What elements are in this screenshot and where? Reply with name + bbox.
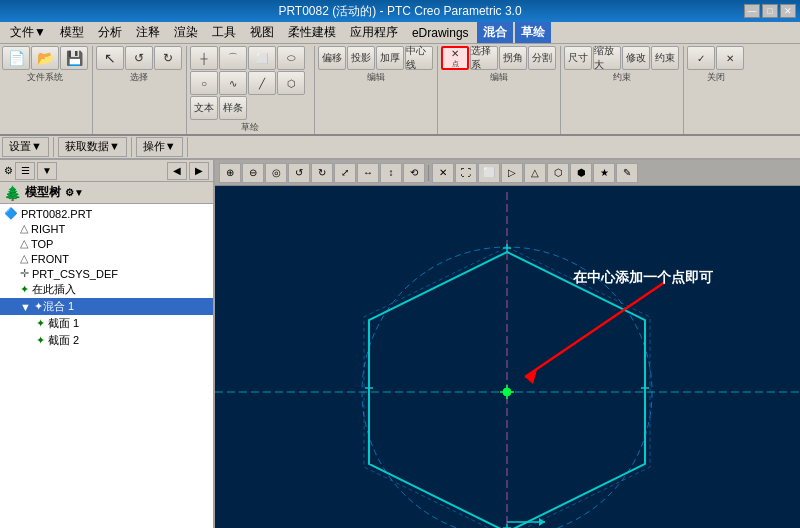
constraint-tb-btn[interactable]: ⬢ xyxy=(570,163,592,183)
settings-btn[interactable]: 设置▼ xyxy=(2,137,49,157)
sep1 xyxy=(428,165,429,181)
tree-item-front-label: FRONT xyxy=(31,253,69,265)
select2-button[interactable]: 选择系 xyxy=(470,46,498,70)
main-svg: 在中心添加一个点即可 xyxy=(215,186,800,528)
zoom-out-btn[interactable]: ⊖ xyxy=(242,163,264,183)
menu-model[interactable]: 模型 xyxy=(54,22,90,43)
modify-button[interactable]: 修改 xyxy=(622,46,650,70)
group-label-select: 选择 xyxy=(130,71,148,84)
front-icon: △ xyxy=(20,252,28,265)
minimize-button[interactable]: — xyxy=(744,4,760,18)
tree-item-csys[interactable]: ✛ PRT_CSYS_DEF xyxy=(0,266,213,281)
rotate-right-btn[interactable]: ↻ xyxy=(311,163,333,183)
select-button[interactable]: ↖ xyxy=(96,46,124,70)
panel-expand-btn[interactable]: ▶ xyxy=(189,162,209,180)
tree-item-blend[interactable]: ▼ ✦混合 1 xyxy=(0,298,213,315)
window-controls[interactable]: — □ ✕ xyxy=(744,4,796,18)
menu-blend[interactable]: 混合 xyxy=(477,22,513,43)
scale-button[interactable]: 缩放大 xyxy=(593,46,621,70)
close-sketch-button[interactable]: ✓ xyxy=(687,46,715,70)
get-data-btn[interactable]: 获取数据▼ xyxy=(58,137,127,157)
section2-icon: ✦ xyxy=(36,334,45,347)
close-button[interactable]: ✕ xyxy=(780,4,796,18)
text-button[interactable]: 文本 xyxy=(190,96,218,120)
panel-config-btn[interactable]: ▼ xyxy=(37,162,57,180)
open-button[interactable]: 📂 xyxy=(31,46,59,70)
zoom-fit-btn[interactable]: ◎ xyxy=(265,163,287,183)
mirror-button[interactable]: 偏移 xyxy=(318,46,346,70)
menu-render[interactable]: 渲染 xyxy=(168,22,204,43)
pan-h-btn[interactable]: ↔ xyxy=(357,163,379,183)
tree-item-blend-label: ✦混合 1 xyxy=(34,299,74,314)
constraint-button[interactable]: 约束 xyxy=(651,46,679,70)
zoom-in-btn[interactable]: ⊕ xyxy=(219,163,241,183)
draw-toolbar: ⊕ ⊖ ◎ ↺ ↻ ⤢ ↔ ↕ ⟲ ✕ ⛶ ⬜ ▷ △ ⬡ ⬢ ★ ✎ xyxy=(215,160,800,186)
save-button[interactable]: 💾 xyxy=(60,46,88,70)
star-btn[interactable]: ★ xyxy=(593,163,615,183)
tree-item-front[interactable]: △ FRONT xyxy=(0,251,213,266)
rect-button[interactable]: ⬜ xyxy=(248,46,276,70)
menu-edrawings[interactable]: eDrawings xyxy=(406,24,475,42)
sketch-btn[interactable]: ⬡ xyxy=(547,163,569,183)
panel-scroll-btn[interactable]: ◀ xyxy=(167,162,187,180)
pan-v-btn[interactable]: ↕ xyxy=(380,163,402,183)
circle-button[interactable]: ○ xyxy=(190,71,218,95)
menu-file[interactable]: 文件▼ xyxy=(4,22,52,43)
new-button[interactable]: 📄 xyxy=(2,46,30,70)
menu-apps[interactable]: 应用程序 xyxy=(344,22,404,43)
quit-sketch-button[interactable]: ✕ xyxy=(716,46,744,70)
tree-item-insert[interactable]: ✦ 在此插入 xyxy=(0,281,213,298)
dimension-button[interactable]: 尺寸 xyxy=(564,46,592,70)
left-panel: ⚙ ☰ ▼ ◀ ▶ 🌲 模型树 ⚙▼ 🔷 PRT0082.PRT △ RIGHT xyxy=(0,160,215,528)
project-button[interactable]: 投影 xyxy=(347,46,375,70)
undo-button[interactable]: ↺ xyxy=(125,46,153,70)
operations-section: 操作▼ xyxy=(136,137,188,157)
line-button[interactable]: ╱ xyxy=(248,71,276,95)
tree-item-section1[interactable]: ✦ 截面 1 xyxy=(0,315,213,332)
tree-settings-icon[interactable]: ⚙▼ xyxy=(65,187,84,198)
arc-button[interactable]: ⌒ xyxy=(219,46,247,70)
point-button[interactable]: ✕ 点 xyxy=(441,46,469,70)
tree-item-top[interactable]: △ TOP xyxy=(0,236,213,251)
pencil-btn[interactable]: ✎ xyxy=(616,163,638,183)
insert-icon: ✦ xyxy=(20,283,29,296)
rotate-left-btn[interactable]: ↺ xyxy=(288,163,310,183)
centerline2-button[interactable]: 中心线 xyxy=(405,46,433,70)
fillet-button[interactable]: 拐角 xyxy=(499,46,527,70)
refit-btn[interactable]: ⟲ xyxy=(403,163,425,183)
group-label-sketch: 草绘 xyxy=(241,121,259,134)
menu-analysis[interactable]: 分析 xyxy=(92,22,128,43)
tree-item-root[interactable]: 🔷 PRT0082.PRT xyxy=(0,206,213,221)
menu-tools[interactable]: 工具 xyxy=(206,22,242,43)
chamfer-button[interactable]: 样条 xyxy=(219,96,247,120)
axis-btn[interactable]: ▷ xyxy=(501,163,523,183)
fullscreen-btn[interactable]: ⤢ xyxy=(334,163,356,183)
ellipse-button[interactable]: ⬭ xyxy=(277,46,305,70)
operations-btn[interactable]: 操作▼ xyxy=(136,137,183,157)
divide-button[interactable]: 分割 xyxy=(528,46,556,70)
grid-btn[interactable]: ⛶ xyxy=(455,163,477,183)
right-icon: △ xyxy=(20,222,28,235)
spline-button[interactable]: ∿ xyxy=(219,71,247,95)
tree-item-section2[interactable]: ✦ 截面 2 xyxy=(0,332,213,349)
group-label-dim: 约束 xyxy=(613,71,631,84)
redo-button[interactable]: ↻ xyxy=(154,46,182,70)
centerline-button[interactable]: ┼ xyxy=(190,46,218,70)
menu-flexible[interactable]: 柔性建模 xyxy=(282,22,342,43)
panel-menu-btn[interactable]: ☰ xyxy=(15,162,35,180)
titlebar: PRT0082 (活动的) - PTC Creo Parametric 3.0 … xyxy=(0,0,800,22)
menu-view[interactable]: 视图 xyxy=(244,22,280,43)
main-toolbar: 📄 📂 💾 文件系统 ↖ ↺ ↻ 选择 ┼ ⌒ ⬜ ⬭ ○ ∿ xyxy=(0,44,800,136)
point-tb-btn[interactable]: △ xyxy=(524,163,546,183)
tree-item-root-label: PRT0082.PRT xyxy=(21,208,92,220)
maximize-button[interactable]: □ xyxy=(762,4,778,18)
menu-sketch[interactable]: 草绘 xyxy=(515,22,551,43)
tree-item-right[interactable]: △ RIGHT xyxy=(0,221,213,236)
group-label-edit: 编辑 xyxy=(367,71,385,84)
menu-annotation[interactable]: 注释 xyxy=(130,22,166,43)
snap-btn[interactable]: ✕ xyxy=(432,163,454,183)
thicken-button[interactable]: 加厚 xyxy=(376,46,404,70)
polygon-button[interactable]: ⬡ xyxy=(277,71,305,95)
section1-icon: ✦ xyxy=(36,317,45,330)
dim-btn[interactable]: ⬜ xyxy=(478,163,500,183)
